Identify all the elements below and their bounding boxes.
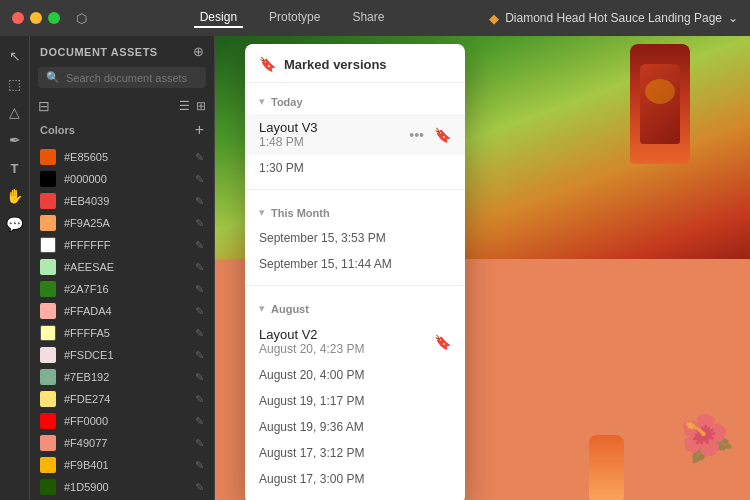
- color-edit-icon[interactable]: ✎: [195, 459, 204, 472]
- version-item-aug20-400[interactable]: August 20, 4:00 PM: [245, 362, 465, 388]
- expand-today-icon[interactable]: ▾: [259, 95, 265, 108]
- version-item-layout-v1[interactable]: Layout V1 August 16, 1:69 PM 🔖: [245, 492, 465, 500]
- color-item-FDE274[interactable]: #FDE274 ✎: [30, 388, 214, 410]
- bookmark-filled-icon: 🔖: [259, 56, 276, 72]
- versions-this-month-section: ▾ This Month September 15, 3:53 PM Septe…: [245, 194, 465, 281]
- color-edit-icon[interactable]: ✎: [195, 195, 204, 208]
- version-actions: 🔖: [434, 334, 451, 350]
- color-label: #E85605: [64, 151, 187, 163]
- color-edit-icon[interactable]: ✎: [195, 217, 204, 230]
- color-edit-icon[interactable]: ✎: [195, 481, 204, 494]
- add-library-icon[interactable]: ⊕: [193, 44, 204, 59]
- color-item-1D5900[interactable]: #1D5900 ✎: [30, 476, 214, 498]
- version-item-aug19-117[interactable]: August 19, 1:17 PM: [245, 388, 465, 414]
- titlebar-center: Design Prototype Share: [95, 8, 489, 28]
- color-swatch: [40, 369, 56, 385]
- version-time: August 20, 4:23 PM: [259, 342, 434, 356]
- titlebar-file[interactable]: ◆ Diamond Head Hot Sauce Landing Page ⌄: [489, 11, 738, 26]
- expand-this-month-icon[interactable]: ▾: [259, 206, 265, 219]
- tab-prototype[interactable]: Prototype: [263, 8, 326, 28]
- color-item-FSDCE1[interactable]: #FSDCE1 ✎: [30, 344, 214, 366]
- tool-shape[interactable]: △: [3, 100, 27, 124]
- version-item-sep15-1144[interactable]: September 15, 11:44 AM: [245, 251, 465, 277]
- color-edit-icon[interactable]: ✎: [195, 173, 204, 186]
- today-label: Today: [271, 96, 303, 108]
- color-item-7EB192[interactable]: #7EB192 ✎: [30, 366, 214, 388]
- filter-icon[interactable]: ⊟: [38, 98, 50, 114]
- minimize-button[interactable]: [30, 12, 42, 24]
- color-label: #F9A25A: [64, 217, 187, 229]
- color-swatch: [40, 193, 56, 209]
- traffic-lights: [12, 12, 60, 24]
- color-item-AEESAE[interactable]: #AEESAE ✎: [30, 256, 214, 278]
- version-item-aug17-300[interactable]: August 17, 3:00 PM: [245, 466, 465, 492]
- color-item-F9B401[interactable]: #F9B401 ✎: [30, 454, 214, 476]
- color-item-F49077[interactable]: #F49077 ✎: [30, 432, 214, 454]
- version-menu-icon[interactable]: •••: [405, 125, 428, 145]
- version-item-sep15-353[interactable]: September 15, 3:53 PM: [245, 225, 465, 251]
- color-item-E85605[interactable]: #E85605 ✎: [30, 146, 214, 168]
- color-edit-icon[interactable]: ✎: [195, 349, 204, 362]
- close-button[interactable]: [12, 12, 24, 24]
- tool-comment[interactable]: 💬: [3, 212, 27, 236]
- tool-hand[interactable]: ✋: [3, 184, 27, 208]
- color-label: #000000: [64, 173, 187, 185]
- expand-august-icon[interactable]: ▾: [259, 302, 265, 315]
- main-area: ↖ ⬚ △ ✒ T ✋ 💬 Document Assets ⊕ 🔍 ⊟ ☰ ⊞: [0, 36, 750, 500]
- version-actions: ••• 🔖: [405, 125, 451, 145]
- color-swatch: [40, 479, 56, 495]
- tool-move[interactable]: ↖: [3, 44, 27, 68]
- versions-title: Marked versions: [284, 57, 387, 72]
- color-label: #F9B401: [64, 459, 187, 471]
- color-edit-icon[interactable]: ✎: [195, 327, 204, 340]
- grid-view-icon[interactable]: ⊞: [196, 99, 206, 113]
- color-label: #FFFFFF: [64, 239, 187, 251]
- version-item-aug17-312[interactable]: August 17, 3:12 PM: [245, 440, 465, 466]
- color-item-FFFFA5[interactable]: #FFFFA5 ✎: [30, 322, 214, 344]
- color-edit-icon[interactable]: ✎: [195, 305, 204, 318]
- color-item-000000[interactable]: #000000 ✎: [30, 168, 214, 190]
- version-item-layout-v2[interactable]: Layout V2 August 20, 4:23 PM 🔖: [245, 321, 465, 362]
- section-divider: [245, 189, 465, 190]
- section-divider-2: [245, 285, 465, 286]
- color-item-2A7F16[interactable]: #2A7F16 ✎: [30, 278, 214, 300]
- versions-today-section: ▾ Today Layout V3 1:48 PM ••• 🔖: [245, 83, 465, 185]
- file-dropdown-icon[interactable]: ⌄: [728, 11, 738, 25]
- tab-design[interactable]: Design: [194, 8, 243, 28]
- version-bookmark-icon[interactable]: 🔖: [434, 127, 451, 143]
- app-icon: ⬡: [76, 11, 87, 26]
- version-time: 1:48 PM: [259, 135, 405, 149]
- version-name: Layout V3: [259, 120, 405, 135]
- sidebar-header: Document Assets ⊕: [30, 36, 214, 67]
- version-item-aug19-936[interactable]: August 19, 9:36 AM: [245, 414, 465, 440]
- fullscreen-button[interactable]: [48, 12, 60, 24]
- search-input[interactable]: [66, 72, 198, 84]
- version-item-130pm[interactable]: 1:30 PM: [245, 155, 465, 181]
- color-item-F9A25A[interactable]: #F9A25A ✎: [30, 212, 214, 234]
- list-view-icon[interactable]: ☰: [179, 99, 190, 113]
- colors-section-label: Colors: [40, 124, 75, 136]
- add-color-button[interactable]: +: [195, 122, 204, 138]
- color-edit-icon[interactable]: ✎: [195, 415, 204, 428]
- color-edit-icon[interactable]: ✎: [195, 151, 204, 164]
- color-item-FF0000[interactable]: #FF0000 ✎: [30, 410, 214, 432]
- color-edit-icon[interactable]: ✎: [195, 371, 204, 384]
- color-label: #FFADA4: [64, 305, 187, 317]
- product-bottle-2: [589, 435, 624, 500]
- tool-text[interactable]: T: [3, 156, 27, 180]
- version-item-layout-v3[interactable]: Layout V3 1:48 PM ••• 🔖: [245, 114, 465, 155]
- color-edit-icon[interactable]: ✎: [195, 239, 204, 252]
- version-bookmark-icon[interactable]: 🔖: [434, 334, 451, 350]
- color-edit-icon[interactable]: ✎: [195, 437, 204, 450]
- tab-share[interactable]: Share: [346, 8, 390, 28]
- color-edit-icon[interactable]: ✎: [195, 261, 204, 274]
- color-swatch: [40, 413, 56, 429]
- color-item-FFADA4[interactable]: #FFADA4 ✎: [30, 300, 214, 322]
- tool-frame[interactable]: ⬚: [3, 72, 27, 96]
- color-item-FFFFFF[interactable]: #FFFFFF ✎: [30, 234, 214, 256]
- color-edit-icon[interactable]: ✎: [195, 283, 204, 296]
- color-swatch: [40, 391, 56, 407]
- color-edit-icon[interactable]: ✎: [195, 393, 204, 406]
- tool-pen[interactable]: ✒: [3, 128, 27, 152]
- color-item-EB4039[interactable]: #EB4039 ✎: [30, 190, 214, 212]
